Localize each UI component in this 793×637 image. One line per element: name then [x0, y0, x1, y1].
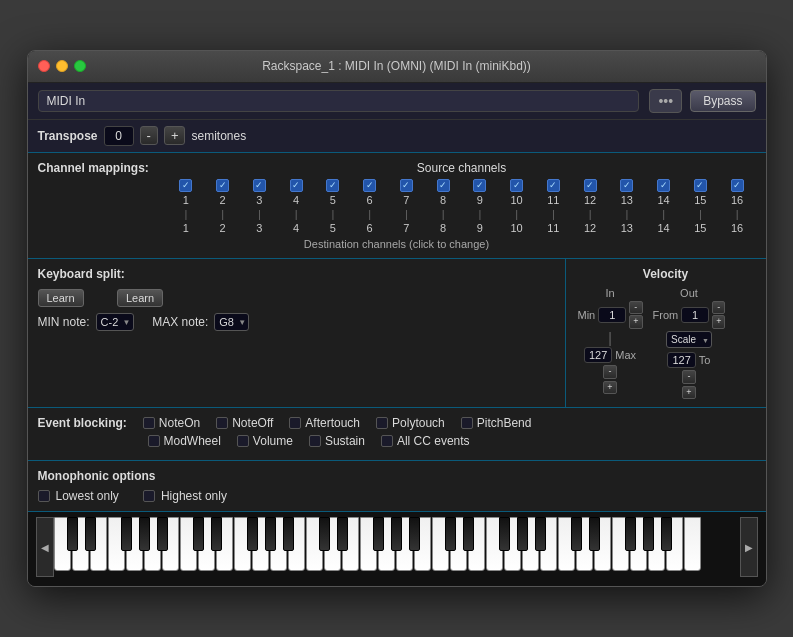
- black-key-oct3-5[interactable]: [391, 517, 402, 551]
- maximize-button[interactable]: [74, 60, 86, 72]
- dest-channels-label[interactable]: Destination channels (click to change): [38, 238, 756, 250]
- close-button[interactable]: [38, 60, 50, 72]
- event-polytouch[interactable]: Polytouch: [376, 416, 445, 430]
- learn-min-button[interactable]: Learn: [38, 289, 84, 307]
- top-bar-controls: ••• Bypass: [649, 89, 755, 113]
- black-key-oct1-2[interactable]: [85, 517, 96, 551]
- ch-checkbox-9[interactable]: [473, 179, 486, 192]
- black-key-oct2-2[interactable]: [211, 517, 222, 551]
- event-noteoff-checkbox[interactable]: [216, 417, 228, 429]
- black-key-oct4-2[interactable]: [463, 517, 474, 551]
- event-modwheel-checkbox[interactable]: [148, 435, 160, 447]
- event-allcc-checkbox[interactable]: [381, 435, 393, 447]
- black-key-oct3-1[interactable]: [319, 517, 330, 551]
- dots-button[interactable]: •••: [649, 89, 682, 113]
- ch-checkbox-2[interactable]: [216, 179, 229, 192]
- black-key-oct4-6[interactable]: [535, 517, 546, 551]
- transpose-minus[interactable]: -: [140, 126, 158, 146]
- velocity-max-minus[interactable]: -: [603, 365, 616, 379]
- event-noteon-checkbox[interactable]: [143, 417, 155, 429]
- black-key-oct4-1[interactable]: [445, 517, 456, 551]
- ch-checkbox-5[interactable]: [326, 179, 339, 192]
- ch-checkbox-1[interactable]: [179, 179, 192, 192]
- ch-checkbox-14[interactable]: [657, 179, 670, 192]
- velocity-min-minus[interactable]: -: [629, 301, 642, 315]
- ch-checkbox-7[interactable]: [400, 179, 413, 192]
- event-aftertouch[interactable]: Aftertouch: [289, 416, 360, 430]
- event-pitchbend[interactable]: PitchBend: [461, 416, 532, 430]
- event-noteoff[interactable]: NoteOff: [216, 416, 273, 430]
- black-key-oct3-4[interactable]: [373, 517, 384, 551]
- ch-checkbox-16[interactable]: [731, 179, 744, 192]
- event-pitchbend-checkbox[interactable]: [461, 417, 473, 429]
- black-key-oct2-6[interactable]: [283, 517, 294, 551]
- black-key-oct1-6[interactable]: [157, 517, 168, 551]
- event-aftertouch-label: Aftertouch: [305, 416, 360, 430]
- event-allcc[interactable]: All CC events: [381, 434, 470, 448]
- max-note-select-wrapper[interactable]: G8: [214, 313, 249, 331]
- velocity-from-plus[interactable]: +: [712, 315, 725, 329]
- black-key-oct1-4[interactable]: [121, 517, 132, 551]
- velocity-to-value: 127: [667, 352, 695, 368]
- piano-label-C1: C1: [76, 584, 88, 586]
- event-polytouch-checkbox[interactable]: [376, 417, 388, 429]
- ch-checkbox-8[interactable]: [437, 179, 450, 192]
- black-key-oct5-5[interactable]: [643, 517, 654, 551]
- ch-checkbox-15[interactable]: [694, 179, 707, 192]
- src-num-3: 3: [241, 194, 278, 206]
- black-key-oct1-5[interactable]: [139, 517, 150, 551]
- bypass-button[interactable]: Bypass: [690, 90, 755, 112]
- min-note-select[interactable]: C-2: [96, 313, 134, 331]
- ch-checkbox-4[interactable]: [290, 179, 303, 192]
- event-volume[interactable]: Volume: [237, 434, 293, 448]
- velocity-to-minus[interactable]: -: [682, 370, 695, 384]
- event-noteon[interactable]: NoteOn: [143, 416, 200, 430]
- mono-highest-checkbox[interactable]: [143, 490, 155, 502]
- velocity-from-minus[interactable]: -: [712, 301, 725, 315]
- ch-checkbox-11[interactable]: [547, 179, 560, 192]
- black-key-oct5-2[interactable]: [589, 517, 600, 551]
- mono-highest[interactable]: Highest only: [143, 489, 227, 503]
- black-key-oct3-2[interactable]: [337, 517, 348, 551]
- event-volume-checkbox[interactable]: [237, 435, 249, 447]
- transpose-plus[interactable]: +: [164, 126, 186, 146]
- ch-checkbox-6[interactable]: [363, 179, 376, 192]
- piano-right-arrow[interactable]: ▶: [740, 517, 758, 577]
- monophonic-title: Monophonic options: [38, 469, 756, 483]
- black-key-oct5-6[interactable]: [661, 517, 672, 551]
- event-sustain-checkbox[interactable]: [309, 435, 321, 447]
- black-key-oct3-6[interactable]: [409, 517, 420, 551]
- event-modwheel[interactable]: ModWheel: [148, 434, 221, 448]
- black-key-oct5-4[interactable]: [625, 517, 636, 551]
- ch-checkbox-10[interactable]: [510, 179, 523, 192]
- black-key-oct4-4[interactable]: [499, 517, 510, 551]
- velocity-to-plus[interactable]: +: [682, 386, 695, 400]
- monophonic-row: Lowest only Highest only: [38, 489, 756, 503]
- velocity-min-value: 1: [598, 307, 626, 323]
- event-sustain[interactable]: Sustain: [309, 434, 365, 448]
- event-polytouch-label: Polytouch: [392, 416, 445, 430]
- ch-checkbox-13[interactable]: [620, 179, 633, 192]
- velocity-max-plus[interactable]: +: [603, 381, 616, 395]
- minimize-button[interactable]: [56, 60, 68, 72]
- event-aftertouch-checkbox[interactable]: [289, 417, 301, 429]
- velocity-min-label: Min: [578, 309, 596, 321]
- min-note-select-wrapper[interactable]: C-2: [96, 313, 134, 331]
- mono-lowest-checkbox[interactable]: [38, 490, 50, 502]
- scale-select-wrapper[interactable]: Scale: [666, 331, 712, 348]
- scale-select[interactable]: Scale: [666, 331, 712, 348]
- black-key-oct4-5[interactable]: [517, 517, 528, 551]
- ch-checkbox-12[interactable]: [584, 179, 597, 192]
- velocity-min-plus[interactable]: +: [629, 315, 642, 329]
- black-key-oct2-4[interactable]: [247, 517, 258, 551]
- black-key-oct2-1[interactable]: [193, 517, 204, 551]
- white-key-C6[interactable]: [684, 517, 701, 571]
- mono-lowest[interactable]: Lowest only: [38, 489, 119, 503]
- max-note-select[interactable]: G8: [214, 313, 249, 331]
- black-key-oct2-5[interactable]: [265, 517, 276, 551]
- black-key-oct5-1[interactable]: [571, 517, 582, 551]
- black-key-oct1-1[interactable]: [67, 517, 78, 551]
- piano-left-arrow[interactable]: ◀: [36, 517, 54, 577]
- ch-checkbox-3[interactable]: [253, 179, 266, 192]
- learn-max-button[interactable]: Learn: [117, 289, 163, 307]
